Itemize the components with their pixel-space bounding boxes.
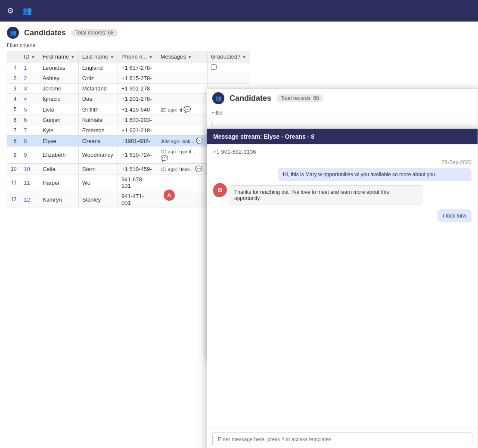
col-header-row-num [7, 51, 20, 62]
cell-first-name: Livia [39, 104, 78, 115]
id-link[interactable]: 8 [24, 138, 27, 144]
row-num: 3 [7, 84, 20, 94]
settings-icon[interactable]: ⚙ [7, 6, 14, 16]
cell-messages [157, 174, 207, 191]
cell-id[interactable]: 5 [20, 104, 39, 115]
cell-messages [157, 125, 207, 136]
phone-number: +1 901-682-3136 [213, 149, 472, 155]
cell-first-name: Kyle [39, 125, 78, 136]
overlay-candidates-icon: 👥 [212, 92, 224, 104]
overlay-filter-label: Filter [207, 108, 478, 118]
cell-id[interactable]: 4 [20, 94, 39, 104]
id-link[interactable]: 4 [24, 96, 27, 102]
cell-phone: +1 615-278- [118, 73, 157, 84]
cell-first-name: Ceila [39, 164, 78, 174]
cell-id[interactable]: 10 [20, 164, 39, 174]
graduated-checkbox[interactable] [211, 64, 217, 70]
id-link[interactable]: 2 [24, 75, 27, 81]
cell-phone: +1 601-218- [118, 125, 157, 136]
message-date: 28-Sep-2020 [213, 159, 472, 165]
cell-id[interactable]: 3 [20, 84, 39, 94]
col-header-first-name[interactable]: First name ▼ [39, 51, 78, 62]
inbound-message-wrapper: E Thanks for reaching out. I've love to … [213, 185, 472, 205]
cell-messages [157, 115, 207, 125]
row-num: 11 [7, 174, 20, 191]
second-outbound-bubble: I look forw [438, 209, 472, 222]
cell-messages [157, 62, 207, 73]
cell-graduated [207, 62, 250, 73]
id-link[interactable]: 11 [24, 180, 30, 186]
cell-id[interactable]: 12 [20, 191, 39, 208]
cell-id[interactable]: 6 [20, 115, 39, 125]
message-input[interactable] [212, 432, 472, 446]
overlay-total-records: Total records: 68 [276, 94, 323, 102]
id-link[interactable]: 9 [24, 152, 27, 158]
cell-id[interactable]: 7 [20, 125, 39, 136]
cell-id[interactable]: 8 [20, 136, 39, 146]
id-link[interactable]: 6 [24, 117, 27, 123]
cell-first-name: Kamryn [39, 191, 78, 208]
cell-messages [157, 84, 207, 94]
cell-messages: 30M ago: look... 💬 [157, 136, 207, 146]
cell-last-name: Das [78, 94, 118, 104]
cell-phone: +1901-682- [118, 136, 157, 146]
cell-last-name: Woodmancy [78, 146, 118, 164]
id-link[interactable]: 5 [24, 106, 27, 113]
cell-phone: +1 201-278- [118, 94, 157, 104]
col-header-last-name[interactable]: Last name ▼ [78, 51, 118, 62]
overlay-header: 👥 Candidates Total records: 68 [207, 89, 478, 108]
cell-last-name: Wu [78, 174, 118, 191]
main-content: 👥 Candidates Total records: 68 Filter cr… [0, 22, 478, 448]
id-link[interactable]: 1 [24, 65, 27, 71]
row-num: 6 [7, 115, 20, 125]
inbound-message-bubble: Thanks for reaching out. I've love to me… [229, 185, 422, 205]
candidates-header: 👥 Candidates Total records: 68 [7, 27, 471, 39]
cell-messages: 1D ago: I got it ... 💬 [157, 146, 207, 164]
page-title: Candidates [24, 28, 66, 37]
second-outbound-wrapper: I look forw [213, 209, 472, 227]
cell-last-name: Griffith [78, 104, 118, 115]
graduated-sort-icon: ▼ [242, 55, 246, 59]
cell-phone: +1 415-640- [118, 104, 157, 115]
cell-last-name: Kuthiala [78, 115, 118, 125]
row-num: 7 [7, 125, 20, 136]
phone-sort-icon: ▼ [149, 55, 153, 59]
topbar: ⚙ 👥 [0, 0, 478, 22]
col-header-graduated[interactable]: Graduated? ▼ [207, 51, 250, 62]
cell-phone: 941-471-001 [118, 191, 157, 208]
row-num: 1 [7, 62, 20, 73]
cell-phone: +1 617-278- [118, 62, 157, 73]
id-link[interactable]: 3 [24, 85, 27, 92]
annotation-b: B [213, 183, 227, 197]
cell-messages [157, 94, 207, 104]
col-header-messages[interactable]: Messages ▼ [157, 51, 207, 62]
messages-sort-icon: ▼ [188, 55, 192, 59]
cell-messages: 2D ago: hi 💬 [157, 104, 207, 115]
cell-first-name: Jerome [39, 84, 78, 94]
users-icon[interactable]: 👥 [22, 6, 32, 16]
message-stream-body[interactable]: +1 901-682-3136 28-Sep-2020 B Hi, this i… [207, 144, 478, 429]
cell-phone: +1 603-203- [118, 115, 157, 125]
cell-graduated [207, 73, 250, 84]
cell-id[interactable]: 9 [20, 146, 39, 164]
row-num: 5 [7, 104, 20, 115]
message-stream-panel: Message stream: Elyse - Oreans - 8 +1 90… [207, 128, 478, 448]
cell-phone: +1 901-278- [118, 84, 157, 94]
cell-id[interactable]: 1 [20, 62, 39, 73]
col-header-phone[interactable]: Phone n... ▼ [118, 51, 157, 62]
cell-id[interactable]: 2 [20, 73, 39, 84]
cell-first-name: Ashley [39, 73, 78, 84]
cell-last-name: Oreans [78, 136, 118, 146]
cell-first-name: Elizabeth [39, 146, 78, 164]
id-link[interactable]: 10 [24, 166, 30, 172]
id-link[interactable]: 7 [24, 127, 27, 134]
cell-last-name: Stern [78, 164, 118, 174]
cell-phone: 941-678-101 [118, 174, 157, 191]
cell-last-name: Stanley [78, 191, 118, 208]
id-link[interactable]: 12 [24, 196, 30, 203]
col-header-id[interactable]: ID ▼ [20, 51, 39, 62]
cell-id[interactable]: 11 [20, 174, 39, 191]
row-num: 2 [7, 73, 20, 84]
row-num: 4 [7, 94, 20, 104]
cell-messages [157, 73, 207, 84]
